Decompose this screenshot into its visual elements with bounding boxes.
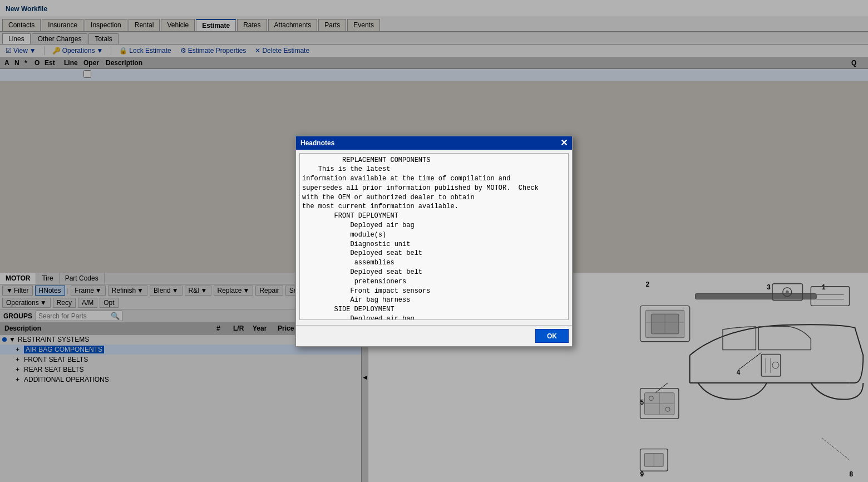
modal-footer: OK bbox=[296, 325, 572, 346]
modal-title: Headnotes bbox=[300, 139, 334, 147]
modal-body bbox=[296, 150, 572, 325]
ok-button[interactable]: OK bbox=[535, 329, 569, 343]
modal-title-bar: Headnotes ✕ bbox=[296, 136, 572, 150]
modal-close-button[interactable]: ✕ bbox=[560, 139, 568, 147]
modal-overlay: Headnotes ✕ OK bbox=[0, 0, 868, 482]
headnotes-modal: Headnotes ✕ OK bbox=[295, 135, 573, 347]
headnotes-textarea[interactable] bbox=[299, 153, 569, 320]
